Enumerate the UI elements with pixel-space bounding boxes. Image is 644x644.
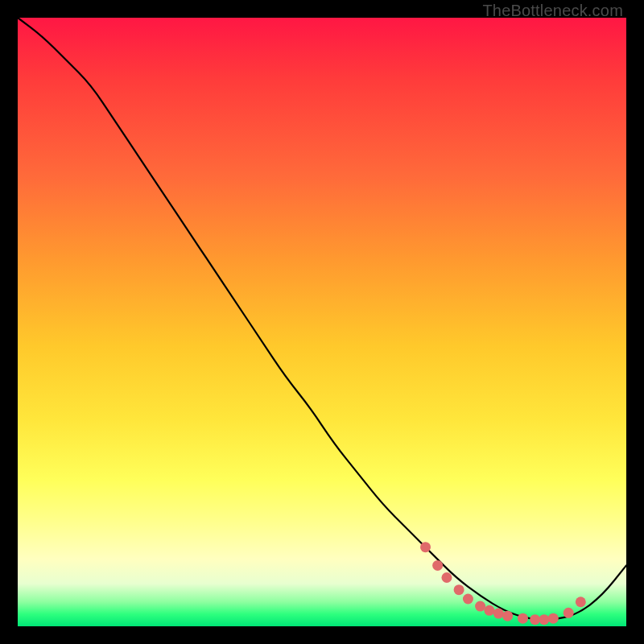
marker-dot	[518, 613, 528, 624]
marker-dot	[463, 593, 473, 604]
marker-dot	[484, 605, 494, 616]
bottleneck-curve	[18, 18, 626, 620]
marker-dot	[475, 601, 485, 612]
chart-plot-area	[18, 18, 626, 626]
marker-dot	[530, 614, 540, 625]
marker-dots-group	[420, 542, 586, 625]
marker-dot	[420, 542, 431, 552]
marker-dot	[432, 560, 443, 571]
marker-dot	[576, 597, 586, 607]
marker-dot	[454, 584, 464, 595]
marker-dot	[564, 608, 574, 618]
chart-svg	[18, 18, 626, 626]
marker-dot	[539, 614, 549, 625]
chart-frame: TheBottleneck.com	[0, 0, 644, 644]
marker-dot	[502, 611, 513, 621]
marker-dot	[548, 613, 559, 624]
marker-dot	[493, 609, 504, 619]
marker-dot	[441, 572, 452, 583]
